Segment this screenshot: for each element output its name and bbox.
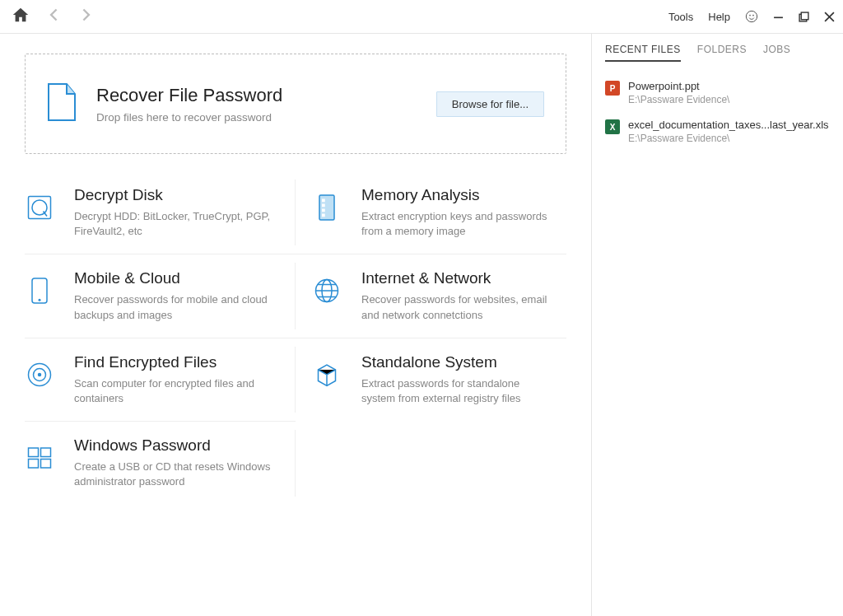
windows-password-card[interactable]: Windows PasswordCreate a USB or CD that … bbox=[25, 421, 296, 504]
globe-icon bbox=[312, 269, 361, 322]
svg-rect-11 bbox=[322, 209, 325, 212]
toolbar: Tools Help bbox=[0, 0, 843, 33]
card-desc: Extract passwords for standalone system … bbox=[361, 376, 550, 406]
svg-point-19 bbox=[38, 373, 42, 377]
card-desc: Create a USB or CD that resets Windows a… bbox=[74, 460, 271, 489]
memory-icon bbox=[312, 186, 361, 239]
tab-recent-files[interactable]: RECENT FILES bbox=[605, 44, 681, 62]
recover-file-dropzone[interactable]: Recover File Password Drop files here to… bbox=[25, 54, 566, 154]
powerpoint-file-icon: P bbox=[605, 81, 620, 96]
svg-rect-23 bbox=[41, 460, 51, 469]
svg-rect-3 bbox=[774, 16, 783, 18]
card-title: Internet & Network bbox=[361, 269, 550, 287]
recent-files-list: P Powerpoint.ppt E:\Passware Evidence\ X… bbox=[592, 70, 843, 154]
svg-point-14 bbox=[39, 299, 41, 301]
decrypt-disk-card[interactable]: Decrypt DiskDecrypt HDD: BitLocker, True… bbox=[25, 170, 296, 254]
card-title: Find Encrypted Files bbox=[74, 353, 271, 371]
tab-folders[interactable]: FOLDERS bbox=[697, 44, 747, 62]
card-title: Standalone System bbox=[361, 353, 550, 371]
mobile-cloud-card[interactable]: Mobile & CloudRecover passwords for mobi… bbox=[25, 254, 296, 337]
windows-icon bbox=[25, 436, 74, 489]
card-desc: Extract encryption keys and passwords fr… bbox=[361, 209, 550, 239]
card-desc: Decrypt HDD: BitLocker, TrueCrypt, PGP, … bbox=[74, 209, 271, 239]
main-area: Recover File Password Drop files here to… bbox=[0, 33, 591, 616]
side-panel: RECENT FILES FOLDERS JOBS P Powerpoint.p… bbox=[591, 33, 843, 616]
dropzone-text: Recover File Password Drop files here to… bbox=[96, 85, 436, 124]
tab-jobs[interactable]: JOBS bbox=[763, 44, 790, 62]
dropzone-subtitle: Drop files here to recover password bbox=[96, 111, 436, 124]
card-title: Mobile & Cloud bbox=[74, 269, 271, 287]
card-desc: Recover passwords for websites, email an… bbox=[361, 292, 550, 322]
card-title: Decrypt Disk bbox=[74, 186, 271, 204]
file-icon bbox=[47, 82, 77, 125]
recent-file-item[interactable]: X excel_documentation_taxes...last_year.… bbox=[592, 112, 843, 151]
svg-point-0 bbox=[746, 11, 757, 21]
recent-file-item[interactable]: P Powerpoint.ppt E:\Passware Evidence\ bbox=[592, 73, 843, 112]
help-menu[interactable]: Help bbox=[708, 11, 730, 23]
internet-network-card[interactable]: Internet & NetworkRecover passwords for … bbox=[296, 254, 566, 337]
svg-rect-8 bbox=[319, 195, 334, 220]
card-title: Windows Password bbox=[74, 436, 271, 455]
svg-rect-22 bbox=[29, 460, 39, 469]
card-desc: Scan computer for encrypted files and co… bbox=[74, 376, 271, 406]
toolbar-right: Tools Help bbox=[668, 10, 835, 23]
scan-icon bbox=[25, 353, 74, 406]
file-path: E:\Passware Evidence\ bbox=[628, 94, 830, 105]
disk-icon bbox=[25, 186, 74, 239]
minimize-button[interactable] bbox=[773, 12, 784, 22]
card-title: Memory Analysis bbox=[361, 186, 550, 204]
feedback-icon[interactable] bbox=[745, 10, 758, 23]
back-button[interactable] bbox=[41, 4, 66, 29]
standalone-system-card[interactable]: Standalone SystemExtract passwords for s… bbox=[296, 338, 566, 421]
svg-rect-5 bbox=[801, 12, 808, 20]
svg-rect-20 bbox=[29, 448, 39, 457]
svg-rect-12 bbox=[322, 214, 325, 217]
card-desc: Recover passwords for mobile and cloud b… bbox=[74, 292, 271, 322]
svg-rect-10 bbox=[322, 204, 325, 208]
file-info: Powerpoint.ppt E:\Passware Evidence\ bbox=[628, 80, 830, 105]
home-icon[interactable] bbox=[8, 4, 33, 29]
side-tabs: RECENT FILES FOLDERS JOBS bbox=[592, 44, 843, 70]
forward-button[interactable] bbox=[74, 4, 99, 29]
maximize-button[interactable] bbox=[799, 12, 809, 22]
svg-rect-21 bbox=[41, 448, 51, 457]
excel-file-icon: X bbox=[605, 119, 620, 134]
feature-cards: Decrypt DiskDecrypt HDD: BitLocker, True… bbox=[25, 170, 566, 505]
file-path: E:\Passware Evidence\ bbox=[628, 133, 830, 144]
dropzone-title: Recover File Password bbox=[96, 85, 436, 106]
svg-point-2 bbox=[752, 15, 754, 16]
content: Recover File Password Drop files here to… bbox=[0, 33, 843, 616]
svg-point-1 bbox=[749, 15, 751, 16]
file-info: excel_documentation_taxes...last_year.xl… bbox=[628, 119, 830, 144]
tools-menu[interactable]: Tools bbox=[668, 11, 693, 23]
close-button[interactable] bbox=[824, 12, 835, 22]
toolbar-left bbox=[8, 4, 99, 29]
file-name: Powerpoint.ppt bbox=[628, 80, 830, 92]
empty-card-slot bbox=[296, 421, 566, 504]
cube-icon bbox=[312, 353, 361, 406]
svg-rect-9 bbox=[322, 199, 325, 203]
mobile-icon bbox=[25, 269, 74, 322]
memory-analysis-card[interactable]: Memory AnalysisExtract encryption keys a… bbox=[296, 170, 566, 254]
file-name: excel_documentation_taxes...last_year.xl… bbox=[628, 119, 830, 131]
browse-for-file-button[interactable]: Browse for file... bbox=[436, 91, 544, 117]
find-encrypted-files-card[interactable]: Find Encrypted FilesScan computer for en… bbox=[25, 338, 296, 421]
